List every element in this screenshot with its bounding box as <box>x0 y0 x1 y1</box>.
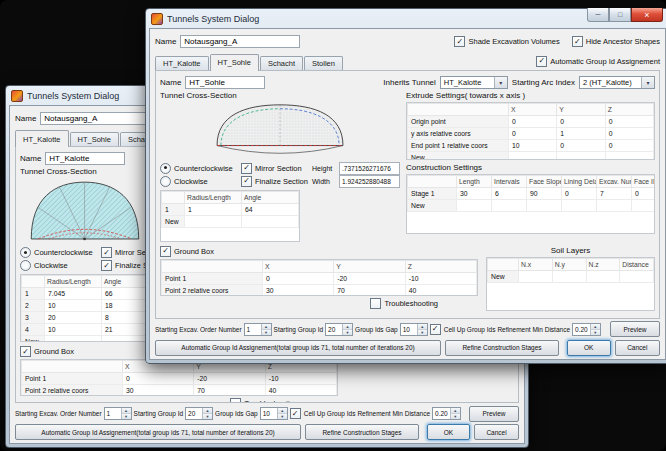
tab-ht-kalotte[interactable]: HT_Kalotte <box>155 56 209 70</box>
table-cell[interactable]: 7 <box>597 187 632 199</box>
spin-down-icon[interactable]: ▼ <box>591 330 600 335</box>
starting-arc-index-select[interactable]: 2 (HT_Kalotte) ▾ <box>579 76 655 89</box>
table-cell[interactable]: 7.045 <box>45 288 102 300</box>
table-cell[interactable]: 30 <box>457 187 492 199</box>
table-cell[interactable] <box>185 215 242 227</box>
section-name-input[interactable] <box>45 152 125 165</box>
tab-ht-sohle[interactable]: HT_Sohle <box>210 54 259 71</box>
table-cell[interactable] <box>620 270 654 282</box>
table-cell[interactable] <box>509 151 557 160</box>
table-cell[interactable]: 40 <box>265 385 336 397</box>
title-bar[interactable]: Tunnels System Dialog ─ □ × <box>149 9 666 28</box>
table-cell[interactable]: 1 <box>557 127 605 139</box>
clockwise-radio[interactable]: Clockwise <box>160 176 238 187</box>
troubleshooting-checkbox[interactable]: Troubleshooting <box>230 398 298 403</box>
table-cell[interactable]: 90 <box>527 187 562 199</box>
table-cell[interactable] <box>597 199 632 211</box>
table-cell[interactable]: -20 <box>194 373 265 385</box>
table-cell[interactable]: 10 <box>45 324 102 336</box>
minimize-icon[interactable]: ─ <box>587 8 609 22</box>
tunnel-system-name-input[interactable] <box>40 112 160 125</box>
hide-ancestor-checkbox[interactable]: ✓ Hide Ancestor Shapes <box>572 36 660 47</box>
refine-construction-stages-button[interactable]: Refine Construction Stages <box>445 340 559 356</box>
table-cell[interactable] <box>45 336 102 343</box>
table-cell[interactable]: 64 <box>242 203 299 215</box>
maximize-icon[interactable]: □ <box>609 8 631 22</box>
cancel-button[interactable]: Cancel <box>615 340 660 356</box>
starting-group-stepper[interactable]: 20 ▲▼ <box>325 323 353 336</box>
table-cell[interactable]: 30 <box>123 385 194 397</box>
table-cell[interactable] <box>557 151 605 160</box>
cell-up-group-ids-checkbox[interactable]: ✓ Cell Up Group Ids <box>430 324 496 335</box>
group-gap-stepper[interactable]: 10 ▲▼ <box>260 407 288 420</box>
tab-ht-kalotte[interactable]: HT_Kalotte <box>15 130 69 147</box>
table-cell[interactable] <box>527 199 562 211</box>
table-cell[interactable] <box>457 199 492 211</box>
ok-button[interactable]: OK <box>567 340 611 356</box>
table-cell[interactable]: 0 <box>605 139 653 151</box>
spin-down-icon[interactable]: ▼ <box>262 330 271 335</box>
table-cell[interactable]: 0 <box>509 127 557 139</box>
preview-button[interactable]: Preview <box>610 321 660 337</box>
table-cell[interactable]: 30 <box>263 284 334 296</box>
table-cell[interactable] <box>605 151 653 160</box>
table-cell[interactable]: 20 <box>45 312 102 324</box>
table-cell[interactable]: 0 <box>605 127 653 139</box>
shade-excavation-checkbox[interactable]: ✓ Shade Excavation Volumes <box>454 36 559 47</box>
table-cell[interactable]: 0 <box>263 272 334 284</box>
table-cell[interactable] <box>586 270 620 282</box>
clockwise-radio[interactable]: Clockwise <box>20 260 98 271</box>
refinement-stepper[interactable]: 0.20 ▲▼ <box>572 323 601 336</box>
counterclockwise-radio[interactable]: Counterclockwise <box>20 247 98 258</box>
table-cell[interactable]: 70 <box>194 385 265 397</box>
table-cell[interactable] <box>519 270 553 282</box>
table-cell[interactable]: 10 <box>45 300 102 312</box>
spin-down-icon[interactable]: ▼ <box>418 330 427 335</box>
width-value-field[interactable]: 1.924252880488 <box>339 175 400 188</box>
table-cell[interactable]: -20 <box>334 272 405 284</box>
table-cell[interactable]: 40 <box>405 284 476 296</box>
refinement-stepper[interactable]: 0.20 ▲▼ <box>432 407 461 420</box>
chevron-down-icon[interactable]: ▾ <box>494 77 507 88</box>
table-cell[interactable] <box>562 199 597 211</box>
chevron-down-icon[interactable]: ▾ <box>641 77 654 88</box>
table-cell[interactable]: 70 <box>334 284 405 296</box>
table-cell[interactable]: 0 <box>632 187 656 199</box>
ok-button[interactable]: OK <box>427 424 470 440</box>
spin-down-icon[interactable]: ▼ <box>278 414 287 419</box>
tunnel-cross-section-canvas[interactable] <box>160 100 400 162</box>
table-cell[interactable] <box>492 199 527 211</box>
cell-up-group-ids-checkbox[interactable]: ✓ Cell Up Group Ids <box>290 408 356 419</box>
cancel-button[interactable]: Cancel <box>474 424 519 440</box>
auto-group-assign-button[interactable]: Automatic Group Id Assignement(total gro… <box>155 340 441 356</box>
finalize-section-checkbox[interactable]: ✓ Finalize Section <box>241 176 309 187</box>
mirror-section-checkbox[interactable]: ✓ Mirror Section <box>241 163 309 174</box>
inherits-tunnel-select[interactable]: HT_Kalotte ▾ <box>440 76 508 89</box>
tab-stollen[interactable]: Stollen <box>304 56 343 70</box>
section-name-input[interactable] <box>185 76 265 89</box>
counterclockwise-radio[interactable]: Counterclockwise <box>160 163 238 174</box>
table-cell[interactable]: -10 <box>405 272 476 284</box>
table-cell[interactable] <box>632 199 656 211</box>
table-cell[interactable]: 6 <box>492 187 527 199</box>
spin-down-icon[interactable]: ▼ <box>203 414 212 419</box>
starting-excav-stepper[interactable]: 1 ▲▼ <box>104 407 132 420</box>
troubleshooting-checkbox[interactable]: Troubleshooting <box>370 298 438 309</box>
starting-group-stepper[interactable]: 20 ▲▼ <box>185 407 213 420</box>
ground-box-checkbox[interactable]: ✓ Ground Box <box>160 246 478 257</box>
spin-down-icon[interactable]: ▼ <box>343 330 352 335</box>
auto-group-id-checkbox[interactable]: ✓ Automatic Group Id Assignement <box>536 56 660 67</box>
table-cell[interactable] <box>242 215 299 227</box>
close-icon[interactable]: × <box>631 8 663 22</box>
table-cell[interactable]: 0 <box>562 187 597 199</box>
tab-schacht[interactable]: Schacht <box>260 56 303 70</box>
table-cell[interactable]: 0 <box>509 115 557 127</box>
preview-button[interactable]: Preview <box>469 406 519 422</box>
starting-excav-stepper[interactable]: 1 ▲▼ <box>244 323 272 336</box>
tunnel-system-name-input[interactable] <box>180 35 300 48</box>
group-gap-stepper[interactable]: 10 ▲▼ <box>400 323 428 336</box>
spin-down-icon[interactable]: ▼ <box>451 414 460 419</box>
table-cell[interactable]: 0 <box>557 115 605 127</box>
refine-construction-stages-button[interactable]: Refine Construction Stages <box>305 424 419 440</box>
table-cell[interactable]: 1 <box>185 203 242 215</box>
